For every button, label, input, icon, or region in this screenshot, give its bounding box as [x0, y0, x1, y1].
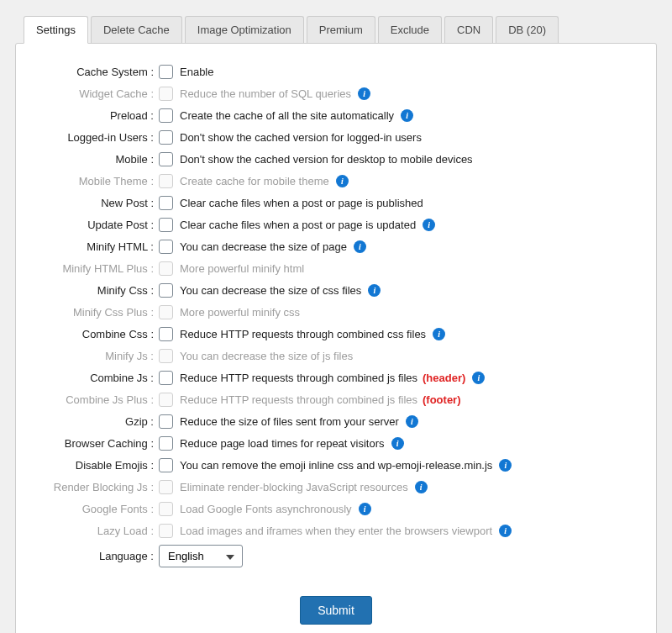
label-render-blocking: Render Blocking Js :	[33, 481, 159, 493]
desc-mobile-theme: Create cache for mobile theme	[180, 175, 329, 187]
tab-settings[interactable]: Settings	[24, 16, 88, 44]
info-icon-mobile-theme[interactable]: i	[336, 175, 349, 187]
language-select[interactable]: English	[159, 545, 243, 567]
desc-minify-css: You can decrease the size of css files	[180, 284, 361, 297]
info-icon-google-fonts[interactable]: i	[359, 503, 371, 515]
row-widget-cache: Widget Cache :Reduce the number of SQL q…	[33, 82, 639, 104]
row-browser-caching: Browser Caching :Reduce page load times …	[33, 432, 639, 454]
tab-delete-cache[interactable]: Delete Cache	[91, 16, 182, 44]
checkbox-combine-js[interactable]	[159, 371, 173, 385]
checkbox-minify-css[interactable]	[159, 283, 173, 298]
info-icon-widget-cache[interactable]: i	[358, 87, 370, 100]
language-select-wrap: English	[159, 545, 243, 567]
desc-mobile: Don't show the cached version for deskto…	[180, 153, 473, 166]
row-combine-css: Combine Css :Reduce HTTP requests throug…	[33, 323, 639, 345]
submit-button[interactable]: Submit	[300, 596, 372, 625]
checkbox-combine-css[interactable]	[159, 327, 173, 341]
desc-disable-emojis: You can remove the emoji inline css and …	[180, 459, 492, 472]
desc-minify-html-plus: More powerful minify html	[180, 262, 304, 275]
row-gzip: Gzip :Reduce the size of files sent from…	[33, 410, 639, 432]
label-preload: Preload :	[33, 109, 159, 122]
checkbox-minify-html[interactable]	[159, 240, 173, 254]
row-cache-system: Cache System :Enable	[33, 61, 639, 82]
desc-logged-in-users: Don't show the cached version for logged…	[180, 131, 422, 144]
desc-combine-js: Reduce HTTP requests through combined js…	[180, 372, 417, 384]
info-icon-combine-css[interactable]: i	[433, 328, 445, 340]
row-new-post: New Post :Clear cache files when a post …	[33, 192, 639, 214]
label-combine-js-plus: Combine Js Plus :	[33, 393, 159, 406]
tabs-bar: SettingsDelete CacheImage OptimizationPr…	[15, 15, 657, 43]
checkbox-cache-system[interactable]	[159, 65, 173, 79]
label-google-fonts: Google Fonts :	[33, 503, 159, 515]
row-minify-js: Minify Js :You can decrease the size of …	[33, 345, 639, 367]
tab-exclude[interactable]: Exclude	[378, 16, 442, 44]
label-update-post: Update Post :	[33, 219, 159, 231]
desc-minify-css-plus: More powerful minify css	[180, 306, 300, 319]
row-mobile-theme: Mobile Theme :Create cache for mobile th…	[33, 170, 639, 192]
language-label: Language :	[33, 550, 159, 562]
checkbox-new-post[interactable]	[159, 196, 173, 210]
tab-premium[interactable]: Premium	[307, 16, 375, 44]
checkbox-browser-caching[interactable]	[159, 436, 173, 451]
label-logged-in-users: Logged-in Users :	[33, 131, 159, 144]
row-minify-html-plus: Minify HTML Plus :More powerful minify h…	[33, 257, 639, 279]
checkbox-logged-in-users[interactable]	[159, 130, 173, 145]
info-icon-minify-html[interactable]: i	[354, 240, 366, 253]
row-minify-html: Minify HTML :You can decrease the size o…	[33, 235, 639, 257]
label-combine-css: Combine Css :	[33, 328, 159, 340]
info-icon-update-post[interactable]: i	[423, 219, 435, 231]
desc-update-post: Clear cache files when a post or page is…	[180, 219, 416, 231]
info-icon-gzip[interactable]: i	[406, 415, 418, 428]
row-minify-css-plus: Minify Css Plus :More powerful minify cs…	[33, 301, 639, 323]
desc-new-post: Clear cache files when a post or page is…	[180, 197, 423, 209]
checkbox-update-post[interactable]	[159, 218, 173, 232]
checkbox-mobile-theme	[159, 174, 173, 188]
row-combine-js-plus: Combine Js Plus :Reduce HTTP requests th…	[33, 388, 639, 410]
label-widget-cache: Widget Cache :	[33, 87, 159, 100]
tab-db-20[interactable]: DB (20)	[496, 16, 559, 44]
row-disable-emojis: Disable Emojis :You can remove the emoji…	[33, 454, 639, 476]
info-icon-lazy-load[interactable]: i	[499, 525, 512, 537]
label-cache-system: Cache System :	[33, 66, 159, 78]
checkbox-google-fonts	[159, 502, 173, 516]
info-icon-browser-caching[interactable]: i	[391, 437, 404, 450]
info-icon-minify-css[interactable]: i	[368, 284, 381, 297]
row-render-blocking: Render Blocking Js :Eliminate render-blo…	[33, 476, 639, 498]
label-new-post: New Post :	[33, 197, 159, 209]
info-icon-render-blocking[interactable]: i	[415, 481, 428, 493]
checkbox-mobile[interactable]	[159, 152, 173, 166]
label-browser-caching: Browser Caching :	[33, 437, 159, 450]
tab-cdn[interactable]: CDN	[444, 16, 493, 44]
row-google-fonts: Google Fonts :Load Google Fonts asynchro…	[33, 498, 639, 520]
submit-wrap: Submit	[33, 596, 639, 625]
tab-image-optimization[interactable]: Image Optimization	[185, 16, 304, 44]
desc-widget-cache: Reduce the number of SQL queries	[180, 87, 351, 100]
settings-panel: Cache System :EnableWidget Cache :Reduce…	[15, 43, 657, 633]
checkbox-disable-emojis[interactable]	[159, 458, 173, 472]
checkbox-minify-js	[159, 349, 173, 363]
desc-browser-caching: Reduce page load times for repeat visito…	[180, 437, 385, 450]
note-combine-js: (header)	[423, 372, 465, 384]
info-icon-combine-js[interactable]: i	[472, 372, 485, 384]
label-minify-html: Minify HTML :	[33, 240, 159, 253]
row-lazy-load: Lazy Load :Load images and iframes when …	[33, 520, 639, 541]
row-mobile: Mobile :Don't show the cached version fo…	[33, 148, 639, 170]
row-combine-js: Combine Js :Reduce HTTP requests through…	[33, 367, 639, 388]
label-mobile: Mobile :	[33, 153, 159, 166]
desc-lazy-load: Load images and iframes when they enter …	[180, 525, 492, 537]
desc-minify-js: You can decrease the size of js files	[180, 350, 353, 362]
checkbox-combine-js-plus	[159, 393, 173, 407]
label-minify-js: Minify Js :	[33, 350, 159, 362]
label-minify-css-plus: Minify Css Plus :	[33, 306, 159, 319]
label-minify-css: Minify Css :	[33, 284, 159, 297]
desc-minify-html: You can decrease the size of page	[180, 240, 347, 253]
row-preload: Preload :Create the cache of all the sit…	[33, 104, 639, 126]
info-icon-disable-emojis[interactable]: i	[499, 459, 512, 472]
checkbox-render-blocking	[159, 480, 173, 494]
checkbox-gzip[interactable]	[159, 414, 173, 429]
row-update-post: Update Post :Clear cache files when a po…	[33, 214, 639, 235]
desc-google-fonts: Load Google Fonts asynchronously	[180, 503, 352, 515]
row-logged-in-users: Logged-in Users :Don't show the cached v…	[33, 126, 639, 148]
checkbox-preload[interactable]	[159, 108, 173, 123]
info-icon-preload[interactable]: i	[401, 109, 413, 122]
